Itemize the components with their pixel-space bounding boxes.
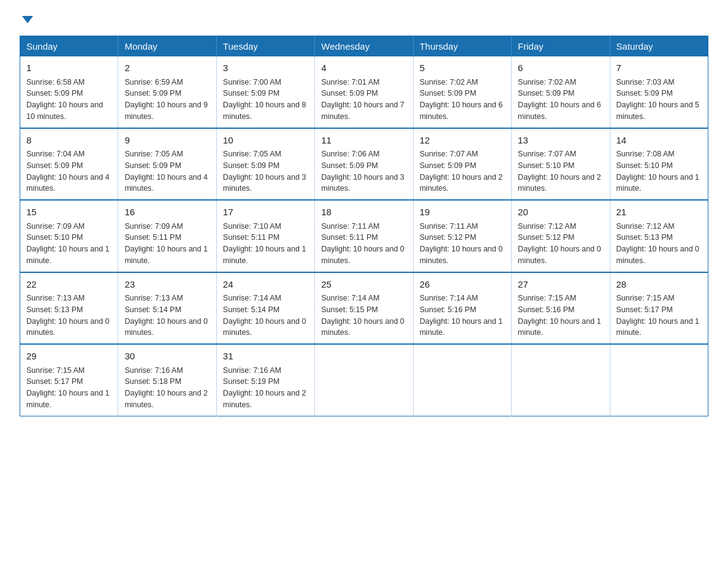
calendar-cell: 15Sunrise: 7:09 AMSunset: 5:10 PMDayligh…	[20, 200, 118, 272]
calendar-cell: 17Sunrise: 7:10 AMSunset: 5:11 PMDayligh…	[216, 200, 314, 272]
day-sunrise: Sunrise: 7:14 AM	[420, 294, 478, 302]
calendar-cell	[610, 344, 708, 416]
day-daylight: Daylight: 10 hours and 5 minutes.	[616, 101, 700, 121]
day-sunrise: Sunrise: 7:07 AM	[518, 150, 576, 158]
day-sunset: Sunset: 5:14 PM	[223, 305, 279, 314]
day-sunrise: Sunrise: 7:04 AM	[26, 150, 85, 158]
day-sunset: Sunset: 5:12 PM	[518, 233, 574, 242]
day-sunrise: Sunrise: 7:14 AM	[321, 294, 379, 302]
day-daylight: Daylight: 10 hours and 8 minutes.	[223, 101, 306, 121]
day-sunset: Sunset: 5:15 PM	[321, 305, 377, 314]
day-sunset: Sunset: 5:16 PM	[518, 305, 574, 314]
weekday-header-tuesday: Tuesday	[216, 36, 314, 57]
day-number: 9	[124, 134, 210, 148]
day-number: 13	[518, 134, 603, 148]
day-sunset: Sunset: 5:09 PM	[518, 89, 574, 98]
day-daylight: Daylight: 10 hours and 2 minutes.	[420, 173, 503, 193]
day-daylight: Daylight: 10 hours and 0 minutes.	[26, 317, 110, 337]
day-sunrise: Sunrise: 6:58 AM	[26, 78, 85, 86]
day-number: 27	[518, 278, 603, 292]
calendar-cell: 6Sunrise: 7:02 AMSunset: 5:09 PMDaylight…	[512, 56, 610, 128]
weekday-header-thursday: Thursday	[413, 36, 511, 57]
day-daylight: Daylight: 10 hours and 1 minute.	[223, 245, 306, 265]
calendar-week-row: 29Sunrise: 7:15 AMSunset: 5:17 PMDayligh…	[20, 344, 708, 416]
day-daylight: Daylight: 10 hours and 4 minutes.	[124, 173, 208, 193]
day-sunset: Sunset: 5:14 PM	[124, 305, 181, 314]
day-sunset: Sunset: 5:13 PM	[616, 233, 673, 242]
weekday-header-friday: Friday	[512, 36, 610, 57]
day-sunset: Sunset: 5:09 PM	[223, 161, 279, 170]
calendar-cell: 5Sunrise: 7:02 AMSunset: 5:09 PMDaylight…	[413, 56, 511, 128]
day-sunset: Sunset: 5:11 PM	[124, 233, 181, 242]
day-sunrise: Sunrise: 7:13 AM	[124, 294, 183, 302]
day-sunrise: Sunrise: 7:12 AM	[518, 222, 576, 231]
day-daylight: Daylight: 10 hours and 1 minute.	[26, 245, 110, 265]
calendar-cell: 8Sunrise: 7:04 AMSunset: 5:09 PMDaylight…	[20, 128, 118, 201]
day-sunset: Sunset: 5:09 PM	[420, 89, 476, 98]
day-sunrise: Sunrise: 7:07 AM	[420, 150, 478, 158]
day-number: 10	[223, 134, 308, 148]
day-sunrise: Sunrise: 7:13 AM	[26, 294, 85, 302]
day-number: 25	[321, 278, 406, 292]
day-number: 12	[420, 134, 505, 148]
day-sunset: Sunset: 5:17 PM	[26, 377, 83, 386]
calendar-cell: 12Sunrise: 7:07 AMSunset: 5:09 PMDayligh…	[413, 128, 511, 201]
day-sunrise: Sunrise: 7:06 AM	[321, 150, 379, 158]
calendar-week-row: 15Sunrise: 7:09 AMSunset: 5:10 PMDayligh…	[20, 200, 708, 272]
day-sunrise: Sunrise: 7:15 AM	[26, 366, 85, 375]
day-number: 26	[420, 278, 505, 292]
day-daylight: Daylight: 10 hours and 9 minutes.	[124, 101, 208, 121]
calendar-cell: 27Sunrise: 7:15 AMSunset: 5:16 PMDayligh…	[512, 272, 610, 345]
day-number: 1	[26, 61, 112, 75]
weekday-header-saturday: Saturday	[610, 36, 708, 57]
day-number: 15	[26, 205, 112, 220]
day-number: 23	[124, 278, 210, 292]
calendar-cell: 2Sunrise: 6:59 AMSunset: 5:09 PMDaylight…	[118, 56, 216, 128]
calendar-cell: 4Sunrise: 7:01 AMSunset: 5:09 PMDaylight…	[315, 56, 413, 128]
weekday-header-sunday: Sunday	[20, 36, 118, 57]
day-sunset: Sunset: 5:13 PM	[26, 305, 83, 314]
day-number: 28	[616, 278, 702, 292]
day-daylight: Daylight: 10 hours and 0 minutes.	[616, 245, 700, 265]
calendar-cell: 25Sunrise: 7:14 AMSunset: 5:15 PMDayligh…	[315, 272, 413, 345]
day-sunset: Sunset: 5:12 PM	[420, 233, 476, 242]
day-number: 5	[420, 61, 505, 75]
day-daylight: Daylight: 10 hours and 0 minutes.	[518, 245, 601, 265]
day-number: 2	[124, 61, 210, 75]
calendar-cell: 26Sunrise: 7:14 AMSunset: 5:16 PMDayligh…	[413, 272, 511, 345]
day-number: 21	[616, 205, 702, 220]
day-sunrise: Sunrise: 7:16 AM	[124, 366, 183, 375]
calendar-cell: 13Sunrise: 7:07 AMSunset: 5:10 PMDayligh…	[512, 128, 610, 201]
day-number: 16	[124, 205, 210, 220]
day-number: 7	[616, 61, 702, 75]
day-number: 19	[420, 205, 505, 220]
day-number: 20	[518, 205, 603, 220]
calendar-cell: 30Sunrise: 7:16 AMSunset: 5:18 PMDayligh…	[118, 344, 216, 416]
day-sunrise: Sunrise: 7:02 AM	[518, 78, 576, 86]
calendar-cell: 31Sunrise: 7:16 AMSunset: 5:19 PMDayligh…	[216, 344, 314, 416]
day-sunrise: Sunrise: 7:08 AM	[616, 150, 675, 158]
day-number: 3	[223, 61, 308, 75]
day-daylight: Daylight: 10 hours and 1 minute.	[420, 317, 503, 337]
day-sunset: Sunset: 5:09 PM	[420, 161, 476, 170]
day-sunset: Sunset: 5:09 PM	[26, 89, 83, 98]
calendar-cell: 29Sunrise: 7:15 AMSunset: 5:17 PMDayligh…	[20, 344, 118, 416]
day-sunset: Sunset: 5:09 PM	[26, 161, 83, 170]
day-number: 30	[124, 350, 210, 364]
calendar-header-row: SundayMondayTuesdayWednesdayThursdayFrid…	[20, 36, 708, 57]
day-daylight: Daylight: 10 hours and 1 minute.	[616, 173, 700, 193]
calendar-cell: 9Sunrise: 7:05 AMSunset: 5:09 PMDaylight…	[118, 128, 216, 201]
day-sunrise: Sunrise: 7:12 AM	[616, 222, 675, 231]
day-sunrise: Sunrise: 7:01 AM	[321, 78, 379, 86]
day-sunset: Sunset: 5:19 PM	[223, 377, 279, 386]
logo-arrow-icon	[22, 16, 33, 23]
calendar-cell: 14Sunrise: 7:08 AMSunset: 5:10 PMDayligh…	[610, 128, 708, 201]
day-daylight: Daylight: 10 hours and 1 minute.	[26, 389, 110, 409]
day-sunset: Sunset: 5:09 PM	[223, 89, 279, 98]
calendar-cell	[315, 344, 413, 416]
day-sunrise: Sunrise: 7:16 AM	[223, 366, 281, 375]
calendar-week-row: 1Sunrise: 6:58 AMSunset: 5:09 PMDaylight…	[20, 56, 708, 128]
day-daylight: Daylight: 10 hours and 10 minutes.	[26, 101, 103, 121]
day-daylight: Daylight: 10 hours and 2 minutes.	[223, 389, 306, 409]
calendar-week-row: 22Sunrise: 7:13 AMSunset: 5:13 PMDayligh…	[20, 272, 708, 345]
